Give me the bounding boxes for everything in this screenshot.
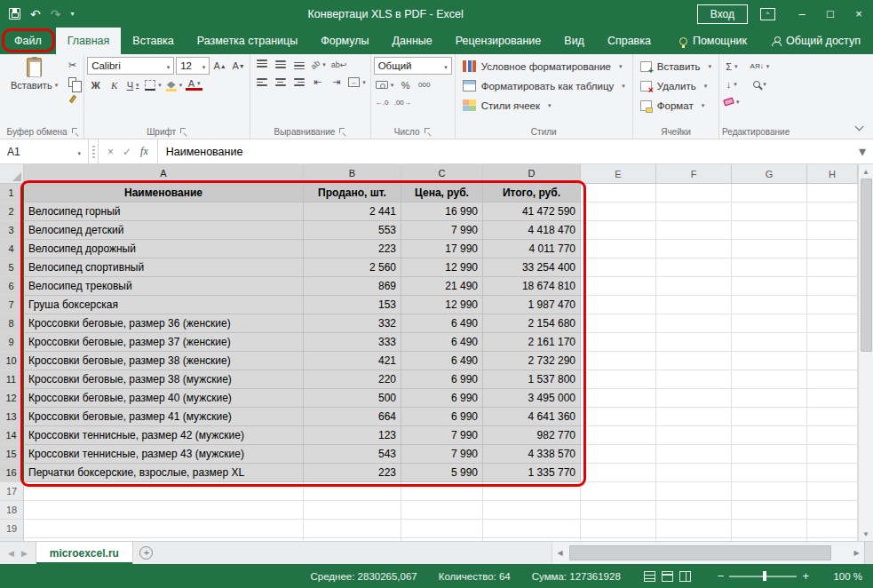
row-header-8[interactable]: 8 — [0, 314, 24, 333]
cell-F9[interactable] — [656, 333, 732, 352]
cell-D6[interactable]: 18 674 810 — [483, 277, 581, 296]
expand-formula-bar-icon[interactable]: ▾ — [852, 139, 873, 163]
cell-G13[interactable] — [732, 408, 807, 426]
delete-cells-button[interactable]: Удалить — [636, 76, 716, 95]
tab-view[interactable]: Вид — [552, 28, 596, 54]
wrap-text-button[interactable]: ab↩ — [329, 57, 349, 72]
cell-E17[interactable] — [581, 482, 656, 501]
cell-A20[interactable] — [24, 538, 304, 541]
row-header-10[interactable]: 10 — [0, 352, 24, 370]
cell-C18[interactable] — [401, 501, 483, 520]
cell-H6[interactable] — [807, 277, 858, 296]
cell-F3[interactable] — [656, 221, 732, 240]
cell-F2[interactable] — [656, 203, 732, 221]
login-button[interactable]: Вход — [697, 4, 748, 24]
row-header-20[interactable]: 20 — [0, 538, 24, 541]
cell-C17[interactable] — [401, 482, 483, 501]
font-size-select[interactable]: 12 — [176, 57, 210, 75]
cell-D18[interactable] — [483, 501, 581, 520]
cell-F14[interactable] — [656, 426, 732, 445]
align-left-button[interactable] — [253, 75, 270, 90]
horizontal-scrollbar-thumb[interactable] — [569, 545, 831, 560]
cell-A7[interactable]: Груша боксерская — [24, 296, 304, 314]
underline-button[interactable]: Ч — [124, 77, 141, 92]
cell-B11[interactable]: 220 — [304, 370, 401, 389]
cell-H16[interactable] — [807, 464, 858, 482]
paste-button[interactable]: Вставить — [4, 57, 64, 91]
format-as-table-button[interactable]: Форматировать как таблицу — [458, 76, 630, 95]
orientation-button[interactable]: ab — [309, 57, 328, 72]
tab-data[interactable]: Данные — [381, 28, 444, 54]
scroll-right-icon[interactable]: ▶ — [849, 549, 864, 557]
column-header-A[interactable]: A — [24, 164, 304, 183]
cell-A10[interactable]: Кроссовки беговые, размер 38 (женские) — [24, 352, 304, 370]
cell-E20[interactable] — [581, 538, 656, 541]
cell-H14[interactable] — [807, 426, 858, 445]
collapse-ribbon-icon[interactable] — [855, 123, 864, 131]
cell-D8[interactable]: 2 154 680 — [483, 314, 581, 333]
cell-E10[interactable] — [581, 352, 656, 370]
format-cells-button[interactable]: Формат — [636, 96, 716, 115]
cell-F4[interactable] — [656, 240, 732, 258]
font-color-button[interactable]: А — [186, 79, 202, 91]
cell-B13[interactable]: 664 — [304, 408, 401, 426]
cell-B16[interactable]: 223 — [304, 464, 401, 482]
column-header-F[interactable]: F — [656, 164, 732, 183]
cell-H17[interactable] — [807, 482, 858, 501]
redo-icon[interactable]: ↷ — [51, 8, 61, 20]
tab-page-layout[interactable]: Разметка страницы — [186, 28, 309, 54]
cell-C7[interactable]: 12 990 — [401, 296, 483, 314]
accounting-format-button[interactable] — [374, 77, 396, 92]
cell-E9[interactable] — [581, 333, 656, 352]
sheet-tab-microexcel[interactable]: microexcel.ru — [36, 542, 133, 564]
format-painter-button[interactable] — [64, 91, 81, 107]
formula-bar-grip[interactable] — [89, 139, 99, 163]
cell-F17[interactable] — [656, 482, 732, 501]
tab-formulas[interactable]: Формулы — [309, 28, 380, 54]
cell-C16[interactable]: 5 990 — [401, 464, 483, 482]
cell-G1[interactable] — [732, 184, 807, 203]
customize-qat-chevron-icon[interactable]: ▾ — [70, 10, 74, 18]
align-top-button[interactable] — [253, 57, 270, 72]
cell-A8[interactable]: Кроссовки беговые, размер 36 (женские) — [24, 314, 304, 333]
cell-B18[interactable] — [304, 501, 401, 520]
cell-C1[interactable]: Цена, руб. — [401, 184, 483, 203]
cell-F5[interactable] — [656, 258, 732, 277]
cell-D4[interactable]: 4 011 770 — [483, 240, 581, 258]
cell-E18[interactable] — [581, 501, 656, 520]
cell-B9[interactable]: 333 — [304, 333, 401, 352]
row-header-6[interactable]: 6 — [0, 277, 24, 296]
share-button[interactable]: Общий доступ — [759, 35, 873, 47]
cell-C12[interactable]: 6 990 — [401, 389, 483, 408]
cell-B7[interactable]: 153 — [304, 296, 401, 314]
cell-B4[interactable]: 223 — [304, 240, 401, 258]
cell-F18[interactable] — [656, 501, 732, 520]
cell-E1[interactable] — [581, 184, 656, 203]
cell-F8[interactable] — [656, 314, 732, 333]
cell-F10[interactable] — [656, 352, 732, 370]
cell-E5[interactable] — [581, 258, 656, 277]
cell-D20[interactable] — [483, 538, 581, 541]
tab-home[interactable]: Главная — [56, 28, 122, 54]
zoom-slider-thumb[interactable] — [763, 571, 766, 581]
cell-F20[interactable] — [656, 538, 732, 541]
normal-view-icon[interactable] — [644, 571, 655, 582]
sort-filter-button[interactable]: АЯ↓ — [749, 59, 772, 74]
decrease-decimal-button[interactable]: .00→ — [393, 95, 413, 110]
find-select-button[interactable] — [749, 76, 772, 91]
zoom-level[interactable]: 100 % — [829, 571, 862, 582]
cell-G19[interactable] — [732, 520, 807, 538]
cell-A18[interactable] — [24, 501, 304, 520]
cell-C5[interactable]: 12 990 — [401, 258, 483, 277]
cell-H10[interactable] — [807, 352, 858, 370]
cell-C2[interactable]: 16 990 — [401, 203, 483, 221]
tab-split-handle[interactable] — [864, 542, 873, 564]
confirm-entry-icon[interactable]: ✓ — [123, 146, 131, 158]
clear-button[interactable] — [722, 94, 742, 109]
cell-E6[interactable] — [581, 277, 656, 296]
row-header-11[interactable]: 11 — [0, 370, 24, 389]
column-header-E[interactable]: E — [581, 164, 656, 183]
cell-A19[interactable] — [24, 520, 304, 538]
cell-D13[interactable]: 4 641 360 — [483, 408, 581, 426]
row-header-3[interactable]: 3 — [0, 221, 24, 240]
